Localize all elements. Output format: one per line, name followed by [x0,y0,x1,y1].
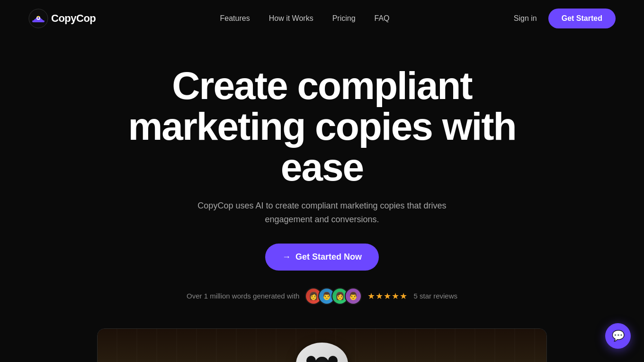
hero-title-line1: Create compliant [172,64,472,107]
robot-illustration [275,343,369,362]
hero-title-line2: marketing copies with ease [128,105,516,189]
svg-rect-1 [32,20,45,22]
brand-name: CopyCop [51,12,96,25]
hero-section: Create compliant marketing copies with e… [0,37,644,362]
nav-actions: Sign in Get Started [514,9,616,28]
robot-eye-left [306,356,316,362]
cta-arrow-icon: → [282,252,291,262]
star-rating: ★★★★★ [367,291,408,301]
avatar-stack: 👩 👨 👩 👨 [305,288,362,305]
nav-how-it-works[interactable]: How it Works [269,14,313,22]
video-bg [98,329,546,362]
social-proof-text-before: Over 1 million words generated with [187,292,299,300]
hero-cta-button[interactable]: → Get Started Now [265,244,379,271]
hero-subtitle: CopyCop uses AI to create compliant mark… [194,199,450,226]
robot-head [296,343,348,362]
video-container[interactable] [97,328,547,362]
avatar-4: 👨 [345,288,362,305]
nav-links: Features How it Works Pricing FAQ [220,14,390,23]
chat-widget[interactable]: 💬 [605,323,631,349]
sign-in-link[interactable]: Sign in [514,14,537,23]
brand-logo[interactable]: CopyCop [28,9,96,28]
nav-get-started-button[interactable]: Get Started [548,9,616,28]
social-proof-text-after: 5 star reviews [413,292,457,300]
nav-pricing[interactable]: Pricing [332,14,356,22]
nav-faq[interactable]: FAQ [375,14,390,22]
robot-scene [98,329,546,362]
chat-icon: 💬 [612,330,625,342]
cta-label: Get Started Now [295,252,362,262]
robot-eye-right [328,356,338,362]
hero-title: Create compliant marketing copies with e… [109,65,535,188]
logo-icon [28,9,48,28]
navbar: CopyCop Features How it Works Pricing FA… [0,0,644,37]
nav-features[interactable]: Features [220,14,250,22]
social-proof: Over 1 million words generated with 👩 👨 … [19,288,625,305]
